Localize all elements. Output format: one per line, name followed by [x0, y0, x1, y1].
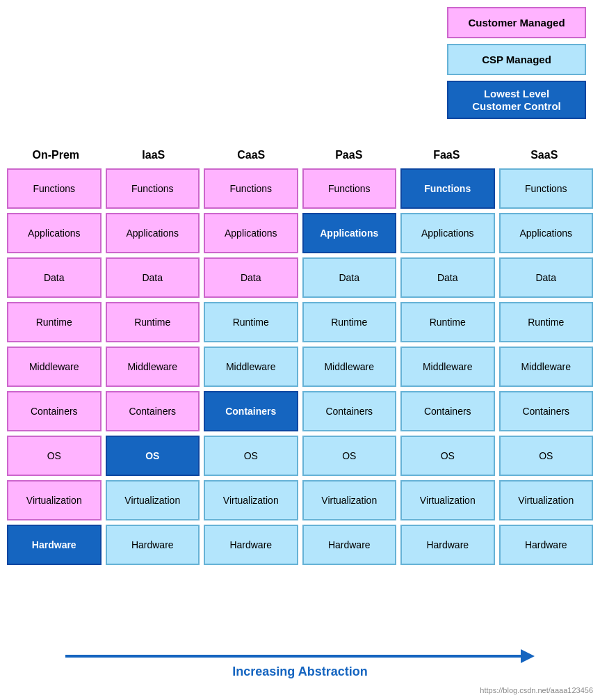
cell-containers-paas: Containers: [302, 391, 397, 431]
col-header-saas: SaaS: [496, 146, 594, 164]
legend: Customer Managed CSP Managed Lowest Leve…: [447, 7, 586, 119]
cell-containers-faas: Containers: [400, 391, 495, 431]
cell-virtualization-faas: Virtualization: [400, 480, 495, 520]
cell-middleware-paas: Middleware: [302, 347, 397, 387]
cell-containers-saas: Containers: [499, 391, 594, 431]
cell-applications-faas: Applications: [400, 213, 495, 253]
cell-containers-on-prem: Containers: [7, 391, 102, 431]
cell-applications-paas: Applications: [302, 213, 397, 253]
cell-containers-iaas: Containers: [106, 391, 200, 431]
col-header-caas: CaaS: [202, 146, 300, 164]
cell-runtime-faas: Runtime: [400, 302, 495, 342]
cell-middleware-iaas: Middleware: [106, 347, 200, 387]
cell-hardware-iaas: Hardware: [106, 525, 200, 565]
cell-middleware-on-prem: Middleware: [7, 347, 102, 387]
cell-runtime-iaas: Runtime: [106, 302, 200, 342]
arrow-row: Increasing Abstraction: [7, 649, 593, 679]
cell-functions-faas: Functions: [400, 168, 495, 209]
cell-functions-paas: Functions: [302, 168, 397, 209]
data-grid: FunctionsFunctionsFunctionsFunctionsFunc…: [7, 168, 593, 565]
cell-data-on-prem: Data: [7, 257, 102, 298]
cell-applications-saas: Applications: [499, 213, 594, 253]
cell-functions-iaas: Functions: [106, 168, 200, 209]
arrow-line: [65, 649, 534, 663]
cell-containers-caas: Containers: [204, 391, 298, 431]
cell-functions-on-prem: Functions: [7, 168, 102, 209]
cell-hardware-paas: Hardware: [302, 525, 397, 565]
cell-os-saas: OS: [499, 436, 594, 476]
cell-virtualization-on-prem: Virtualization: [7, 480, 102, 520]
cell-runtime-paas: Runtime: [302, 302, 397, 342]
cell-runtime-on-prem: Runtime: [7, 302, 102, 342]
col-header-on-prem: On-Prem: [7, 146, 105, 164]
cell-hardware-caas: Hardware: [204, 525, 298, 565]
cell-hardware-saas: Hardware: [499, 525, 594, 565]
cell-virtualization-paas: Virtualization: [302, 480, 397, 520]
cell-runtime-caas: Runtime: [204, 302, 298, 342]
main-table: On-PremIaaSCaaSPaaSFaaSSaaS FunctionsFun…: [7, 146, 593, 565]
cell-os-faas: OS: [400, 436, 495, 476]
cell-os-iaas: OS: [106, 436, 200, 476]
arrow-label: Increasing Abstraction: [232, 665, 367, 679]
cell-os-paas: OS: [302, 436, 397, 476]
cell-data-iaas: Data: [106, 257, 200, 298]
legend-lowest: Lowest LevelCustomer Control: [447, 81, 586, 119]
cell-middleware-caas: Middleware: [204, 347, 298, 387]
cell-runtime-saas: Runtime: [499, 302, 594, 342]
cell-applications-caas: Applications: [204, 213, 298, 253]
col-header-iaas: IaaS: [105, 146, 203, 164]
col-header-paas: PaaS: [300, 146, 398, 164]
legend-csp: CSP Managed: [447, 44, 586, 75]
cell-functions-saas: Functions: [499, 168, 594, 209]
cell-data-paas: Data: [302, 257, 397, 298]
legend-customer: Customer Managed: [447, 7, 586, 38]
cell-hardware-faas: Hardware: [400, 525, 495, 565]
cell-middleware-faas: Middleware: [400, 347, 495, 387]
cell-virtualization-caas: Virtualization: [204, 480, 298, 520]
cell-virtualization-iaas: Virtualization: [106, 480, 200, 520]
cell-hardware-on-prem: Hardware: [7, 525, 102, 565]
cell-middleware-saas: Middleware: [499, 347, 594, 387]
cell-virtualization-saas: Virtualization: [499, 480, 594, 520]
cell-functions-caas: Functions: [204, 168, 298, 209]
cell-os-on-prem: OS: [7, 436, 102, 476]
col-header-faas: FaaS: [398, 146, 496, 164]
watermark: https://blog.csdn.net/aaaa123456: [480, 686, 593, 694]
cell-os-caas: OS: [204, 436, 298, 476]
cell-data-caas: Data: [204, 257, 298, 298]
cell-data-saas: Data: [499, 257, 594, 298]
cell-data-faas: Data: [400, 257, 495, 298]
cell-applications-on-prem: Applications: [7, 213, 102, 253]
cell-applications-iaas: Applications: [106, 213, 200, 253]
column-headers: On-PremIaaSCaaSPaaSFaaSSaaS: [7, 146, 593, 164]
